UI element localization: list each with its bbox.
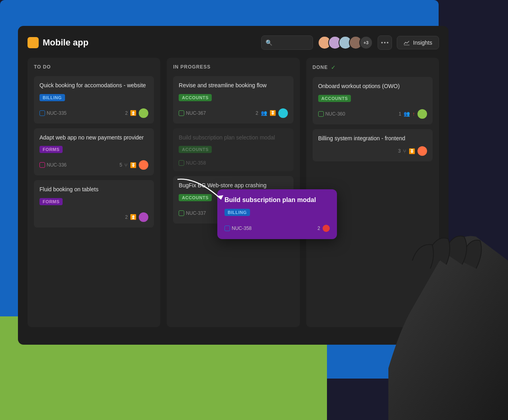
insights-icon xyxy=(404,39,410,46)
card-id-nuc358-dimmed: NUC-358 xyxy=(179,160,206,166)
card-nuc358-dimmed[interactable]: Build subscription plan selection modal … xyxy=(173,128,293,172)
team-icon-nuc360: 👥 xyxy=(404,111,410,117)
search-box[interactable]: 🔍 xyxy=(261,35,313,50)
ticket-icon-nuc337 xyxy=(179,210,184,216)
badge-accounts-nuc367: ACCOUNTS xyxy=(179,94,212,101)
priority-icon-billing: ⏬ xyxy=(409,148,415,154)
header-left: Mobile app xyxy=(28,37,89,48)
assignee-avatar-nuc367 xyxy=(278,108,288,118)
floating-card-footer: NUC-358 2 xyxy=(224,225,330,232)
floating-card-meta: 2 xyxy=(317,225,330,232)
header-actions: 🔍 +3 Insights xyxy=(261,35,439,50)
card-footer-nuc336: NUC-336 5 ⑂ ⏬ xyxy=(39,160,148,170)
card-meta-billing-frontend: 3 ⑂ ⏬ xyxy=(398,146,427,156)
column-todo: TO DO Quick booking for accomodations - … xyxy=(28,58,160,327)
priority-icon-nuc367: ⏬ xyxy=(270,110,276,116)
floating-ticket-icon xyxy=(224,226,230,231)
card-footer-nuc335: NUC-335 2 ⏫ xyxy=(39,108,148,118)
card-title-fluid: Fluid booking on tablets xyxy=(39,186,148,194)
card-meta-nuc335: 2 ⏫ xyxy=(125,108,149,118)
assignee-avatar-nuc360 xyxy=(417,109,427,119)
app-icon xyxy=(28,37,39,48)
column-header-todo: TO DO xyxy=(34,64,154,70)
app-title: Mobile app xyxy=(43,37,89,48)
branch-icon-billing: ⑂ xyxy=(403,148,406,154)
card-meta-fluid: 2 ⏫ xyxy=(125,212,149,222)
header: Mobile app 🔍 +3 xyxy=(28,35,439,50)
column-header-done: DONE ✓ xyxy=(313,64,433,71)
badge-accounts-nuc358-dimmed: ACCOUNTS xyxy=(179,146,212,153)
card-nuc360[interactable]: Onboard workout options (OWO) ACCOUNTS N… xyxy=(313,77,433,124)
card-title-billing-frontend: Billing system integration - frontend xyxy=(318,135,427,143)
column-title-todo: TO DO xyxy=(34,64,51,70)
card-footer-nuc360: NUC-360 1 👥 ↑ xyxy=(318,109,427,119)
card-footer-nuc358-dimmed: NUC-358 xyxy=(179,160,287,166)
card-title-nuc360: Onboard workout options (OWO) xyxy=(318,82,427,90)
three-dots-icon xyxy=(381,42,388,43)
floating-card-badge: BILLING xyxy=(224,209,250,216)
team-icon-nuc367: 👥 xyxy=(261,110,267,116)
insights-button[interactable]: Insights xyxy=(397,36,439,49)
assignee-avatar-nuc335 xyxy=(139,108,148,118)
priority-icon-fluid: ⏫ xyxy=(130,214,136,220)
card-title-nuc337: BugFix BG Web-store app crashing xyxy=(179,182,287,190)
card-id-nuc335: NUC-335 xyxy=(39,110,67,116)
floating-card-title: Build subscription plan modal xyxy=(224,196,330,204)
assignee-avatar-fluid xyxy=(139,212,148,222)
floating-priority-dot xyxy=(323,225,330,232)
card-title-nuc367: Revise and streamline booking flow xyxy=(179,82,287,90)
card-footer-fluid: 2 ⏫ xyxy=(39,212,148,222)
badge-forms-nuc336: FORMS xyxy=(39,146,63,153)
ticket-icon-nuc335 xyxy=(39,110,45,116)
card-nuc336[interactable]: Adapt web app no new payments provider F… xyxy=(34,128,154,176)
ticket-icon-nuc367 xyxy=(179,110,184,116)
column-title-inprogress: IN PROGRESS xyxy=(173,64,211,70)
badge-accounts-nuc337: ACCOUNTS xyxy=(179,194,212,201)
floating-card-id: NUC-358 xyxy=(224,226,252,231)
column-title-done: DONE xyxy=(313,65,328,70)
priority-icon-nuc360: ↑ xyxy=(412,111,415,117)
card-meta-nuc336: 5 ⑂ ⏬ xyxy=(120,160,149,170)
avatar-more: +3 xyxy=(359,36,373,49)
branch-icon-nuc336: ⑂ xyxy=(124,162,128,168)
card-id-nuc337: NUC-337 xyxy=(179,210,206,216)
card-title-nuc335: Quick booking for accomodations - websit… xyxy=(39,82,148,90)
card-id-nuc367: NUC-367 xyxy=(179,110,206,116)
card-title-nuc336: Adapt web app no new payments provider xyxy=(39,134,148,142)
assignee-avatar-billing xyxy=(417,146,427,156)
badge-accounts-nuc360: ACCOUNTS xyxy=(318,95,351,102)
badge-billing-nuc335: BILLING xyxy=(39,94,65,101)
more-menu-button[interactable] xyxy=(378,35,392,50)
card-footer-billing-frontend: 3 ⑂ ⏬ xyxy=(318,146,427,156)
card-nuc335[interactable]: Quick booking for accomodations - websit… xyxy=(34,76,154,124)
ticket-icon-nuc360 xyxy=(318,111,324,117)
ticket-icon-nuc336 xyxy=(39,162,45,168)
avatar-group: +3 xyxy=(318,36,373,49)
card-id-nuc336: NUC-336 xyxy=(39,162,67,168)
card-id-nuc360: NUC-360 xyxy=(318,111,345,117)
ticket-icon-nuc358-dimmed xyxy=(179,160,184,166)
priority-icon-nuc335: ⏫ xyxy=(130,110,136,116)
card-footer-nuc367: NUC-367 2 👥 ⏬ xyxy=(179,108,287,118)
assignee-avatar-nuc336 xyxy=(139,160,148,170)
search-icon: 🔍 xyxy=(266,39,272,46)
card-meta-nuc360: 1 👥 ↑ xyxy=(399,109,427,119)
column-header-inprogress: IN PROGRESS xyxy=(173,64,293,70)
card-fluid-booking[interactable]: Fluid booking on tablets FORMS 2 ⏫ xyxy=(34,180,154,228)
done-check-icon: ✓ xyxy=(331,64,336,71)
hand-decoration xyxy=(341,229,508,420)
card-billing-frontend[interactable]: Billing system integration - frontend 3 … xyxy=(313,129,433,162)
floating-card[interactable]: Build subscription plan modal BILLING NU… xyxy=(217,189,337,239)
card-nuc367[interactable]: Revise and streamline booking flow ACCOU… xyxy=(173,76,293,124)
badge-forms-fluid: FORMS xyxy=(39,198,63,205)
priority-icon-nuc336: ⏬ xyxy=(130,162,136,168)
card-title-nuc358-dimmed: Build subscription plan selection modal xyxy=(179,134,287,142)
insights-label: Insights xyxy=(413,39,432,46)
card-meta-nuc367: 2 👥 ⏬ xyxy=(256,108,288,118)
